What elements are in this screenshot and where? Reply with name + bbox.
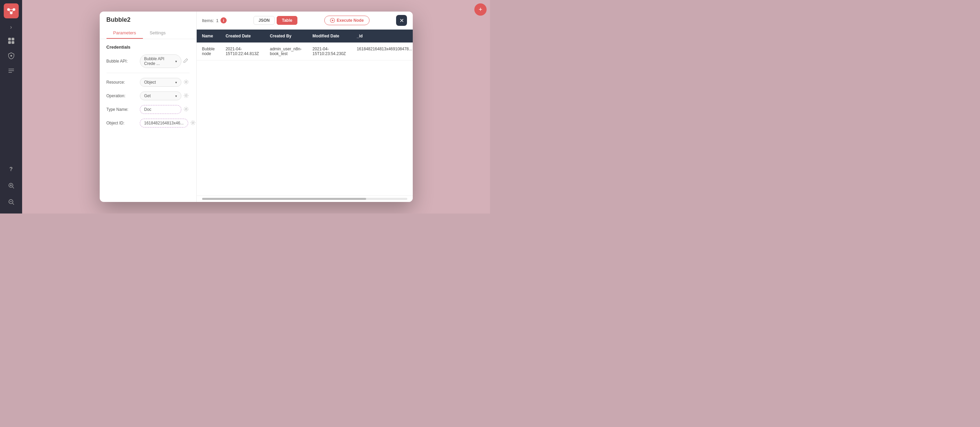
operation-chevron: ▾: [175, 94, 177, 98]
row-id: 1618482164813x469108478...: [351, 43, 412, 60]
type-name-input[interactable]: Doc: [140, 105, 181, 114]
params-content: Credentials Bubble API: Bubble API Crede…: [100, 39, 196, 202]
modal-left-panel: Bubble2 Parameters Settings Credentials …: [100, 11, 197, 202]
output-table: Name Created Date Created By Modified Da…: [197, 30, 413, 60]
svg-point-22: [185, 95, 187, 97]
sidebar-item-executions[interactable]: [5, 65, 18, 77]
col-name: Name: [197, 30, 220, 43]
tab-settings[interactable]: Settings: [143, 27, 172, 39]
credentials-section-title: Credentials: [107, 44, 189, 50]
items-label: Items: 1 i: [202, 17, 227, 24]
svg-line-4: [8, 10, 11, 13]
type-name-row: Type Name: Doc: [107, 105, 189, 114]
sidebar-bottom: ?: [5, 163, 18, 214]
resource-value: Object: [144, 80, 156, 85]
sidebar-item-help[interactable]: ?: [5, 163, 18, 175]
zoom-out-button[interactable]: [5, 196, 18, 208]
resource-chevron: ▾: [175, 81, 177, 84]
modal-close-button[interactable]: ✕: [396, 15, 407, 26]
svg-rect-6: [8, 38, 11, 40]
resource-gear-icon[interactable]: [183, 79, 189, 85]
operation-select[interactable]: Get ▾: [140, 92, 181, 100]
row-created-by: admin_user_n8n-book_test: [264, 43, 307, 60]
info-dot: i: [221, 17, 227, 24]
view-toggle: JSON Table: [253, 16, 298, 25]
scrollbar-thumb[interactable]: [202, 198, 366, 200]
object-id-control: 1618482164813x46...: [140, 119, 196, 127]
play-icon: [330, 18, 335, 23]
sidebar-item-nodes[interactable]: [5, 35, 18, 47]
svg-line-20: [13, 203, 14, 205]
bubble-api-label: Bubble API:: [107, 59, 137, 63]
resource-label: Resource:: [107, 80, 137, 85]
resource-control: Object ▾: [140, 78, 189, 87]
resource-row: Resource: Object ▾: [107, 78, 189, 87]
sidebar: › ?: [0, 0, 22, 214]
items-text: Items:: [202, 18, 214, 23]
object-id-label: Object ID:: [107, 121, 137, 125]
svg-line-17: [13, 187, 14, 188]
operation-control: Get ▾: [140, 92, 189, 100]
row-name: Bubble node: [197, 43, 220, 60]
output-table-container: Name Created Date Created By Modified Da…: [197, 30, 413, 195]
col-modified-date: Modified Date: [307, 30, 351, 43]
modal-title: Bubble2: [107, 16, 189, 24]
svg-point-23: [185, 108, 187, 110]
app-logo[interactable]: [4, 3, 19, 18]
type-name-label: Type Name:: [107, 107, 137, 112]
row-created-date: 2021-04-15T10:22:44.813Z: [220, 43, 264, 60]
bubble-api-control: Bubble API Crede ... ▾: [140, 54, 189, 68]
col-created-by: Created By: [264, 30, 307, 43]
bubble-api-select[interactable]: Bubble API Crede ... ▾: [140, 54, 181, 68]
svg-rect-7: [11, 38, 14, 40]
type-name-control: Doc: [140, 105, 189, 114]
svg-point-24: [192, 122, 194, 124]
operation-row: Operation: Get ▾: [107, 92, 189, 100]
user-avatar[interactable]: +: [474, 3, 487, 16]
bubble-api-edit-icon[interactable]: [183, 58, 189, 64]
svg-marker-26: [332, 19, 334, 21]
type-name-gear-icon[interactable]: [183, 106, 189, 113]
object-id-input[interactable]: 1618482164813x46...: [140, 119, 188, 127]
execute-label: Execute Node: [337, 18, 364, 23]
output-header: Items: 1 i JSON Table Execute Node: [197, 11, 413, 30]
table-header: Name Created Date Created By Modified Da…: [197, 30, 413, 43]
svg-line-5: [11, 10, 14, 13]
object-id-row: Object ID: 1618482164813x46...: [107, 119, 189, 127]
execute-node-button[interactable]: Execute Node: [324, 16, 369, 25]
col-id: _id: [351, 30, 412, 43]
close-icon: ✕: [399, 17, 404, 24]
table-body: Bubble node 2021-04-15T10:22:44.813Z adm…: [197, 43, 413, 60]
bubble-api-value: Bubble API Crede ...: [144, 56, 175, 66]
resource-select[interactable]: Object ▾: [140, 78, 181, 87]
operation-value: Get: [144, 94, 151, 98]
modal-overlay: Bubble2 Parameters Settings Credentials …: [22, 0, 490, 214]
svg-rect-9: [11, 41, 14, 44]
svg-point-10: [10, 55, 12, 57]
modal-right-panel: Items: 1 i JSON Table Execute Node: [197, 11, 413, 202]
items-count: 1: [216, 18, 218, 23]
sidebar-expand-button[interactable]: ›: [8, 24, 14, 30]
bubble-api-row: Bubble API: Bubble API Crede ... ▾: [107, 54, 189, 68]
table-view-button[interactable]: Table: [277, 16, 297, 25]
svg-rect-8: [8, 41, 11, 44]
scrollbar-container: [197, 195, 413, 202]
table-row: Bubble node 2021-04-15T10:22:44.813Z adm…: [197, 43, 413, 60]
operation-label: Operation:: [107, 94, 137, 98]
tab-parameters[interactable]: Parameters: [107, 27, 143, 39]
operation-gear-icon[interactable]: [183, 93, 189, 99]
object-id-value: 1618482164813x46...: [144, 121, 184, 125]
zoom-in-button[interactable]: [5, 179, 18, 192]
modal-title-bar: Bubble2 Parameters Settings: [100, 11, 196, 39]
row-modified-date: 2021-04-15T10:23:54.230Z: [307, 43, 351, 60]
sidebar-item-credentials[interactable]: [5, 50, 18, 62]
scrollbar-track[interactable]: [202, 198, 407, 200]
object-id-gear-icon[interactable]: [190, 120, 196, 126]
svg-point-21: [185, 81, 187, 83]
type-name-value: Doc: [144, 107, 151, 112]
bubble-api-chevron: ▾: [175, 59, 177, 63]
json-view-button[interactable]: JSON: [253, 16, 275, 25]
bubble2-modal: Bubble2 Parameters Settings Credentials …: [100, 11, 413, 202]
modal-tabs: Parameters Settings: [107, 27, 189, 39]
col-created-date: Created Date: [220, 30, 264, 43]
